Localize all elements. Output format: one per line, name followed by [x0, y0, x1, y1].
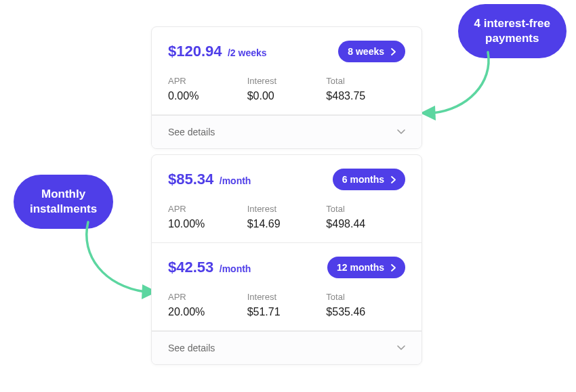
callout-monthly-text: Monthlyinstallments [30, 188, 97, 215]
see-details-toggle[interactable]: See details [152, 115, 421, 148]
stat-interest-value: $0.00 [247, 90, 327, 102]
stat-apr: APR 20.00% [168, 292, 247, 318]
chevron-right-icon [391, 48, 396, 56]
plan-period: /month [220, 175, 251, 186]
stat-total-value: $498.44 [326, 218, 405, 230]
stat-interest-value: $14.69 [247, 218, 327, 230]
plan-duration-button[interactable]: 8 weeks [338, 41, 405, 62]
stat-total-label: Total [326, 292, 405, 302]
stat-interest-value: $51.71 [247, 306, 327, 318]
plan-header: $120.94 /2 weeks 8 weeks [168, 41, 405, 62]
plan-stats: APR 20.00% Interest $51.71 Total $535.46 [168, 292, 405, 318]
see-details-label: See details [168, 343, 215, 353]
stat-interest-label: Interest [247, 292, 327, 302]
callout-monthly: Monthlyinstallments [14, 175, 113, 229]
plan-duration-label: 12 months [337, 262, 384, 273]
plan-option-8weeks: $120.94 /2 weeks 8 weeks APR 0.00% Inter… [152, 27, 421, 115]
plan-stats: APR 0.00% Interest $0.00 Total $483.75 [168, 76, 405, 102]
plan-stats: APR 10.00% Interest $14.69 Total $498.44 [168, 204, 405, 230]
plan-card-interest-free: $120.94 /2 weeks 8 weeks APR 0.00% Inter… [151, 26, 422, 149]
plan-amount: $120.94 [168, 43, 222, 60]
callout-interest-free: 4 interest-freepayments [458, 4, 567, 58]
plan-amount: $85.34 [168, 171, 213, 188]
stat-apr: APR 10.00% [168, 204, 247, 230]
plan-amount: $42.53 [168, 259, 213, 276]
chevron-right-icon [391, 264, 396, 271]
stat-total-value: $483.75 [326, 90, 405, 102]
callout-interest-free-text: 4 interest-freepayments [474, 17, 550, 45]
stat-interest: Interest $51.71 [247, 292, 327, 318]
plan-header: $85.34 /month 6 months [168, 169, 405, 190]
stat-apr-label: APR [168, 204, 247, 214]
stat-interest-label: Interest [247, 204, 327, 214]
stat-apr-label: APR [168, 292, 247, 302]
stat-apr: APR 0.00% [168, 76, 247, 102]
plan-duration-label: 6 months [342, 174, 384, 185]
chevron-down-icon [397, 129, 405, 135]
chevron-down-icon [397, 345, 405, 351]
stat-total-label: Total [326, 76, 405, 86]
stat-total-label: Total [326, 204, 405, 214]
stat-interest: Interest $0.00 [247, 76, 327, 102]
stat-apr-value: 0.00% [168, 90, 247, 102]
see-details-label: See details [168, 127, 215, 137]
stat-total-value: $535.46 [326, 306, 405, 318]
plan-option-12months: $42.53 /month 12 months APR 20.00% Inter… [152, 243, 421, 331]
plan-duration-button[interactable]: 6 months [333, 169, 405, 190]
plan-card-monthly: $85.34 /month 6 months APR 10.00% Intere… [151, 154, 422, 365]
plan-price: $120.94 /2 weeks [168, 43, 267, 60]
stat-apr-value: 10.00% [168, 218, 247, 230]
svg-marker-0 [420, 106, 436, 121]
plan-duration-button[interactable]: 12 months [327, 257, 405, 278]
arrow-interest-free [413, 49, 508, 123]
stat-apr-value: 20.00% [168, 306, 247, 318]
stat-interest: Interest $14.69 [247, 204, 327, 230]
plan-period: /2 weeks [228, 47, 267, 58]
chevron-right-icon [391, 176, 396, 183]
stat-total: Total $535.46 [326, 292, 405, 318]
plan-period: /month [220, 263, 251, 274]
plan-duration-label: 8 weeks [348, 46, 384, 57]
plan-header: $42.53 /month 12 months [168, 257, 405, 278]
plan-price: $42.53 /month [168, 259, 251, 276]
plan-price: $85.34 /month [168, 171, 251, 188]
stat-total: Total $483.75 [326, 76, 405, 102]
see-details-toggle[interactable]: See details [152, 331, 421, 364]
arrow-monthly [75, 219, 163, 300]
stat-total: Total $498.44 [326, 204, 405, 230]
stat-interest-label: Interest [247, 76, 327, 86]
stat-apr-label: APR [168, 76, 247, 86]
plan-option-6months: $85.34 /month 6 months APR 10.00% Intere… [152, 155, 421, 243]
